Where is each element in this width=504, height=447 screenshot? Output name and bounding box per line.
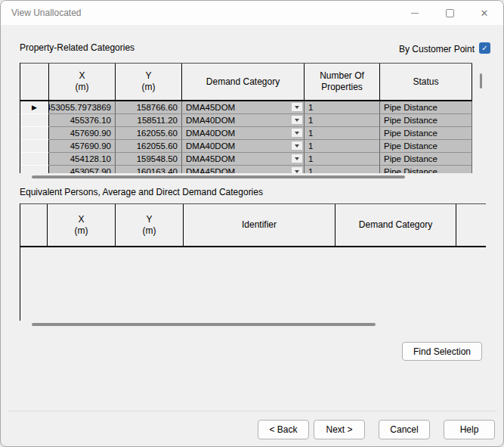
cell-value: Pipe Distance bbox=[384, 167, 438, 173]
table-row: 457690.90162055.60DMA40DOM1Pipe Distance bbox=[20, 127, 472, 140]
by-customer-point-label: By Customer Point bbox=[399, 44, 475, 54]
property-cell-number_of_properties[interactable]: 1 bbox=[305, 114, 380, 127]
horizontal-scrollbar-thumb[interactable] bbox=[32, 323, 376, 326]
property-cell-x[interactable]: 455376.10 bbox=[49, 114, 116, 127]
cell-value: 454128.10 bbox=[70, 154, 111, 163]
horizontal-scrollbar-thumb[interactable] bbox=[32, 175, 405, 178]
minimize-button[interactable] bbox=[397, 1, 432, 25]
close-icon: ✕ bbox=[481, 8, 489, 18]
property-cell-demand_category[interactable]: DMA40DOM bbox=[182, 127, 305, 140]
property-cell-demand_category[interactable]: DMA40DOM bbox=[182, 140, 305, 153]
property-cell-status[interactable]: Pipe Distance bbox=[380, 101, 472, 114]
property-cell-x[interactable]: 454128.10 bbox=[49, 153, 116, 166]
window-controls: ✕ bbox=[397, 1, 502, 25]
cell-value: DMA45DOM bbox=[186, 103, 235, 112]
equivalent-column-header: Identifier bbox=[184, 204, 335, 247]
table-row: ▶453055.7973869158766.60DMA45DOM1Pipe Di… bbox=[20, 101, 472, 114]
back-button[interactable]: < Back bbox=[258, 420, 309, 439]
property-cell-x[interactable]: 453057.90 bbox=[49, 166, 116, 173]
equivalent-persons-label: Equivalent Persons, Average and Direct D… bbox=[20, 187, 263, 197]
property-column-header: Demand Category bbox=[182, 64, 305, 101]
cell-value: 1 bbox=[308, 103, 313, 112]
cancel-button[interactable]: Cancel bbox=[379, 420, 430, 439]
property-cell-demand_category[interactable]: DMA40DOM bbox=[182, 114, 305, 127]
by-customer-point-checkbox[interactable]: ✓ bbox=[479, 42, 490, 54]
property-column-header bbox=[20, 64, 49, 101]
demand-category-dropdown-button[interactable] bbox=[291, 102, 303, 112]
property-cell-y[interactable]: 158511.20 bbox=[116, 114, 182, 127]
cell-value: 1 bbox=[308, 129, 313, 138]
property-cell-demand_category[interactable]: DMA45DOM bbox=[182, 101, 305, 114]
cell-value: Pipe Distance bbox=[384, 129, 438, 138]
row-selector[interactable] bbox=[20, 153, 49, 166]
property-cell-status[interactable]: Pipe Distance bbox=[380, 127, 472, 140]
demand-category-dropdown-button[interactable] bbox=[291, 128, 303, 138]
equivalent-column-header: X (m) bbox=[48, 204, 116, 247]
chevron-down-icon bbox=[295, 170, 299, 173]
cell-value: 457690.90 bbox=[70, 141, 111, 151]
property-cell-demand_category[interactable]: DMA45DOM bbox=[182, 153, 305, 166]
chevron-down-icon bbox=[295, 132, 299, 135]
demand-category-dropdown-button[interactable] bbox=[291, 154, 303, 163]
property-cell-x[interactable]: 453055.7973869 bbox=[49, 101, 116, 114]
equivalent-table-horizontal-scrollbar[interactable] bbox=[20, 321, 486, 328]
help-button[interactable]: Help bbox=[444, 420, 495, 439]
property-table-horizontal-scrollbar[interactable] bbox=[20, 173, 490, 181]
demand-category-dropdown-button[interactable] bbox=[291, 115, 303, 125]
table-row: 454128.10159548.50DMA45DOM1Pipe Distance bbox=[20, 153, 472, 166]
property-cell-x[interactable]: 457690.90 bbox=[49, 127, 116, 140]
row-selector[interactable]: ▶ bbox=[20, 101, 49, 114]
cell-value: Pipe Distance bbox=[384, 141, 438, 151]
vertical-scrollbar-thumb[interactable] bbox=[480, 73, 482, 88]
property-cell-y[interactable]: 162055.60 bbox=[116, 127, 182, 140]
property-cell-demand_category[interactable]: DMA45DOM bbox=[182, 166, 305, 173]
row-selector[interactable] bbox=[20, 114, 49, 127]
property-cell-number_of_properties[interactable]: 1 bbox=[305, 166, 380, 173]
property-cell-y[interactable]: 160163.40 bbox=[116, 166, 182, 173]
cell-value: 158766.60 bbox=[137, 103, 178, 112]
property-cell-y[interactable]: 158766.60 bbox=[116, 101, 182, 114]
property-cell-y[interactable]: 159548.50 bbox=[116, 153, 182, 166]
property-related-categories-label: Property-Related Categories bbox=[20, 42, 135, 53]
property-cell-status[interactable]: Pipe Distance bbox=[380, 114, 472, 127]
title-bar[interactable]: View Unallocated ✕ bbox=[1, 1, 503, 25]
close-button[interactable]: ✕ bbox=[467, 1, 502, 25]
demand-category-dropdown-button[interactable] bbox=[291, 166, 303, 173]
next-button[interactable]: Next > bbox=[314, 420, 365, 439]
row-selector[interactable] bbox=[20, 166, 49, 173]
equivalent-table-header-row: X (m)Y (m)IdentifierDemand Category bbox=[20, 203, 486, 247]
property-table-header-row: X (m)Y (m)Demand CategoryNumber Of Prope… bbox=[20, 63, 472, 101]
cell-value: 159548.50 bbox=[137, 154, 178, 163]
property-column-header: X (m) bbox=[49, 64, 116, 101]
cell-value: DMA40DOM bbox=[186, 116, 235, 125]
property-cell-status[interactable]: Pipe Distance bbox=[380, 166, 472, 173]
cell-value: 162055.60 bbox=[137, 141, 178, 151]
maximize-button[interactable] bbox=[432, 1, 467, 25]
property-cell-status[interactable]: Pipe Distance bbox=[380, 153, 472, 166]
cell-value: 1 bbox=[308, 167, 313, 173]
property-cell-status[interactable]: Pipe Distance bbox=[380, 140, 472, 153]
property-cell-x[interactable]: 457690.90 bbox=[49, 140, 116, 153]
property-column-header: Number Of Properties bbox=[305, 64, 380, 101]
property-cell-number_of_properties[interactable]: 1 bbox=[305, 140, 380, 153]
row-selector[interactable] bbox=[20, 127, 49, 140]
cell-value: Pipe Distance bbox=[384, 103, 438, 112]
cell-value: DMA40DOM bbox=[186, 141, 235, 151]
cell-value: Pipe Distance bbox=[384, 116, 438, 125]
equivalent-column-header bbox=[456, 204, 486, 247]
find-selection-button[interactable]: Find Selection bbox=[402, 342, 482, 361]
cell-value: 158511.20 bbox=[137, 116, 178, 125]
property-cell-y[interactable]: 162055.60 bbox=[116, 140, 182, 153]
cell-value: 453057.90 bbox=[70, 167, 111, 173]
cell-value: 162055.60 bbox=[137, 129, 178, 138]
property-table-vertical-scrollbar[interactable] bbox=[472, 63, 490, 173]
checkmark-icon: ✓ bbox=[481, 45, 487, 52]
window-title: View Unallocated bbox=[11, 8, 82, 18]
property-cell-number_of_properties[interactable]: 1 bbox=[305, 101, 380, 114]
row-selector[interactable] bbox=[20, 140, 49, 153]
maximize-icon bbox=[446, 9, 454, 17]
demand-category-dropdown-button[interactable] bbox=[291, 141, 303, 151]
property-cell-number_of_properties[interactable]: 1 bbox=[305, 127, 380, 140]
property-cell-number_of_properties[interactable]: 1 bbox=[305, 153, 380, 166]
property-related-table: X (m)Y (m)Demand CategoryNumber Of Prope… bbox=[20, 63, 490, 181]
